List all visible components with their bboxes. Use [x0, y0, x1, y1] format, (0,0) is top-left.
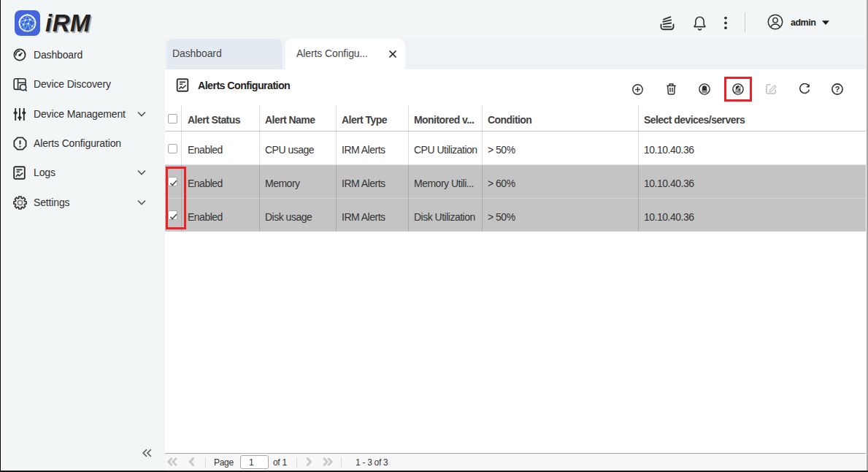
svg-text:?: ?	[835, 85, 840, 94]
